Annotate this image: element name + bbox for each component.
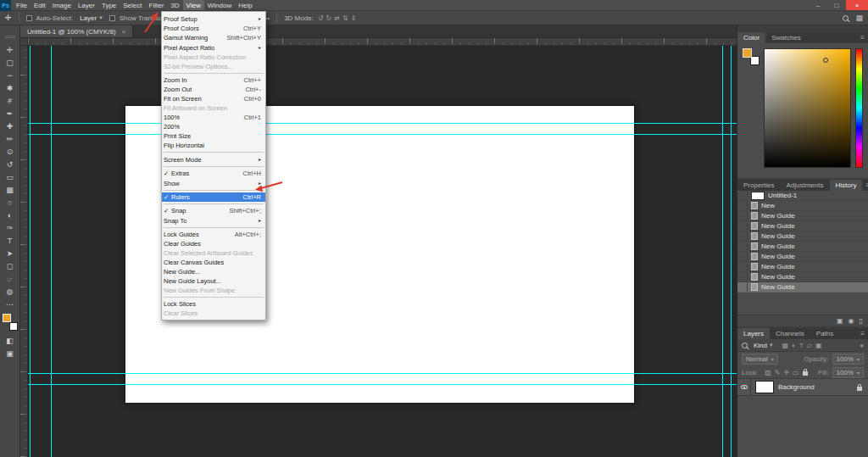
- filter-adjustment-layers-icon[interactable]: ◐: [792, 342, 796, 349]
- view-menu-item[interactable]: Lock Slices: [162, 299, 265, 309]
- view-menu-item[interactable]: Rulers Ctrl+R: [162, 192, 265, 202]
- history-step[interactable]: Untitled-1: [737, 191, 868, 201]
- 3d-slide-icon[interactable]: ⇅: [342, 14, 348, 22]
- ruler-corner[interactable]: [20, 38, 28, 46]
- background-color-chip[interactable]: [9, 322, 18, 331]
- history-source-gutter[interactable]: [737, 242, 748, 251]
- view-menu-item[interactable]: New Guide Layout...: [162, 276, 265, 286]
- guide-line-vertical[interactable]: [731, 46, 732, 457]
- view-menu-item[interactable]: Gamut Warning Shift+Ctrl+Y: [162, 33, 265, 42]
- view-menu-item[interactable]: [164, 166, 264, 167]
- history-source-gutter[interactable]: [737, 231, 748, 241]
- view-menu-item[interactable]: [164, 297, 264, 298]
- view-menu-item[interactable]: 32-bit Preview Options...: [162, 62, 265, 71]
- eyedropper-tool[interactable]: ✒: [0, 107, 19, 120]
- 3d-roll-icon[interactable]: ↻: [326, 14, 332, 22]
- hue-slider[interactable]: [855, 48, 863, 168]
- delete-state-icon[interactable]: ▯: [860, 317, 863, 325]
- 3d-orbit-icon[interactable]: ↺: [318, 14, 324, 22]
- guide-line-horizontal[interactable]: [28, 123, 737, 124]
- maximize-button[interactable]: □: [827, 0, 846, 10]
- blur-tool[interactable]: ○: [0, 196, 19, 209]
- guide-line-horizontal[interactable]: [28, 134, 737, 135]
- layer-row[interactable]: Background: [737, 379, 868, 396]
- new-document-from-state-icon[interactable]: ▣: [837, 317, 843, 325]
- screen-mode-icon[interactable]: ▣: [0, 347, 19, 359]
- blend-mode-dropdown[interactable]: Normal: [742, 354, 778, 365]
- history-source-gutter[interactable]: [737, 191, 748, 200]
- view-menu-item[interactable]: Proof Colors Ctrl+Y: [162, 24, 265, 33]
- panel-tab[interactable]: Adjustments: [780, 180, 829, 191]
- pen-tool[interactable]: ✑: [0, 221, 19, 234]
- panel-tab[interactable]: Swatches: [765, 32, 807, 43]
- history-source-gutter[interactable]: [737, 252, 748, 261]
- clone-stamp-tool[interactable]: ⊙: [0, 145, 19, 158]
- menu-item[interactable]: Edit: [31, 0, 49, 10]
- guide-line-horizontal[interactable]: [28, 373, 737, 374]
- path-selection-tool[interactable]: ➤: [0, 247, 19, 259]
- view-menu-item[interactable]: Fit on Screen Ctrl+0: [162, 94, 265, 103]
- panel-menu-icon[interactable]: [857, 32, 868, 43]
- menu-item[interactable]: Window: [204, 0, 235, 10]
- lasso-tool[interactable]: ∽: [0, 69, 19, 81]
- view-menu-item[interactable]: Clear Selected Artboard Guides: [162, 248, 265, 258]
- document-tab[interactable]: Untitled-1 @ 100% (CMYK/8) ×: [20, 25, 133, 37]
- gradient-tool[interactable]: ▩: [0, 183, 19, 196]
- panel-tab[interactable]: Properties: [737, 180, 780, 191]
- history-source-gutter[interactable]: [737, 201, 748, 210]
- panel-tab[interactable]: Layers: [737, 328, 770, 339]
- layer-filter-toggle-icon[interactable]: ●: [860, 342, 864, 349]
- view-menu-item[interactable]: [164, 152, 264, 153]
- dodge-tool[interactable]: ◐: [0, 209, 19, 221]
- panel-tab[interactable]: Color: [737, 32, 765, 43]
- view-menu-item[interactable]: Screen Mode: [162, 154, 265, 164]
- menu-item[interactable]: Type: [98, 0, 120, 10]
- history-source-gutter[interactable]: [737, 272, 748, 281]
- view-menu-item[interactable]: Extras Ctrl+H: [162, 169, 265, 178]
- menu-item[interactable]: 3D: [167, 0, 182, 10]
- move-tool-icon[interactable]: ✛: [5, 14, 12, 22]
- history-step[interactable]: New Guide: [737, 211, 868, 221]
- hand-tool[interactable]: ☞: [0, 272, 19, 285]
- opacity-dropdown[interactable]: 100%: [832, 354, 864, 365]
- view-menu-item[interactable]: Zoom Out Ctrl+-: [162, 85, 265, 94]
- view-menu-item[interactable]: Clear Slices: [162, 309, 265, 318]
- lock-artboard-icon[interactable]: ▭: [793, 369, 799, 376]
- vertical-ruler[interactable]: [20, 46, 28, 457]
- menu-item[interactable]: Filter: [146, 0, 168, 10]
- guide-line-vertical[interactable]: [30, 46, 31, 457]
- menu-item[interactable]: Select: [120, 0, 145, 10]
- panel-tab[interactable]: History: [830, 180, 863, 191]
- panel-menu-icon[interactable]: [857, 328, 868, 339]
- view-menu-item[interactable]: New Guides From Shape: [162, 286, 265, 295]
- close-button[interactable]: ×: [846, 0, 868, 10]
- view-menu-item[interactable]: Print Size: [162, 131, 265, 141]
- menu-item[interactable]: File: [13, 0, 31, 10]
- history-step[interactable]: New Guide: [737, 272, 868, 282]
- guide-line-vertical[interactable]: [51, 46, 52, 457]
- view-menu-item[interactable]: Flip Horizontal: [162, 141, 265, 150]
- history-step[interactable]: New Guide: [737, 242, 868, 252]
- view-menu-item[interactable]: 100% Ctrl+1: [162, 113, 265, 122]
- history-step[interactable]: New Guide: [737, 282, 868, 293]
- view-menu-item[interactable]: Lock Guides Alt+Ctrl+;: [162, 230, 265, 239]
- guide-line-vertical[interactable]: [722, 46, 723, 457]
- edit-toolbar-icon[interactable]: ⋯: [0, 298, 19, 310]
- history-step[interactable]: New Guide: [737, 252, 868, 262]
- foreground-color-chip[interactable]: [3, 314, 11, 322]
- lock-all-icon[interactable]: [803, 371, 808, 376]
- brush-tool[interactable]: ✏: [0, 132, 19, 145]
- color-swatch-pair[interactable]: [743, 48, 760, 65]
- view-menu-item[interactable]: Zoom In Ctrl++: [162, 75, 265, 85]
- view-menu-item[interactable]: New Guide...: [162, 267, 265, 276]
- horizontal-ruler[interactable]: [28, 38, 737, 46]
- 3d-scale-icon[interactable]: ⇕: [351, 14, 357, 22]
- history-step[interactable]: New: [737, 201, 868, 211]
- zoom-tool[interactable]: ◍: [0, 285, 19, 298]
- lock-image-icon[interactable]: ✎: [775, 369, 781, 376]
- guide-line-horizontal[interactable]: [28, 384, 737, 385]
- panel-tab[interactable]: Paths: [810, 328, 839, 339]
- layer-thumbnail[interactable]: [755, 381, 774, 393]
- spot-healing-brush-tool[interactable]: ✚: [0, 120, 19, 132]
- rectangular-marquee-tool[interactable]: ▢: [0, 56, 19, 69]
